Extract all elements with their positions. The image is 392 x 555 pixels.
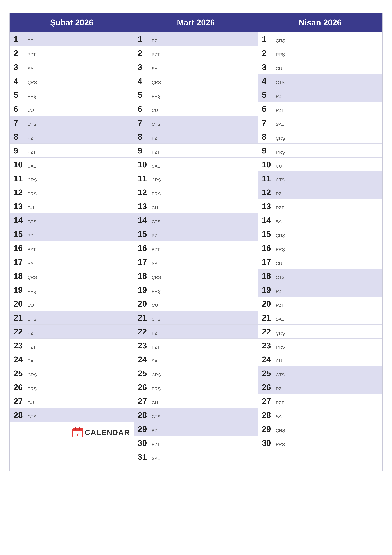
day-row: 9PZT [134,144,258,158]
day-name: PZT [276,108,284,113]
day-cell: 31SAL [138,453,160,461]
day-number: 18 [138,272,150,280]
day-cell: 9PZT [138,146,160,155]
day-number: 17 [138,258,150,266]
day-row: 18CTS [258,269,382,283]
day-cell: 24SAL [14,355,36,364]
day-name: ÇRŞ [276,233,285,238]
day-number: 2 [14,49,26,57]
day-row: 10SAL [10,158,134,171]
day-number: 20 [138,300,150,308]
day-cell: 8PZ [14,132,33,141]
day-cell: 13CU [14,202,34,210]
day-number: 16 [262,244,275,252]
day-cell: 22PZ [138,328,157,336]
svg-text:7: 7 [77,432,79,437]
day-name: SAL [276,219,284,224]
day-cell: 3CU [262,63,282,71]
day-name: PZ [152,38,157,43]
day-row: 13CU [134,199,258,213]
month-header-subat: Şubat 2026 [10,13,134,32]
day-number: 30 [262,439,275,447]
day-row: 24SAL [10,352,134,366]
day-cell: 19PZ [262,286,282,294]
day-cell: 25CTS [262,369,285,378]
day-row: 17SAL [10,255,134,269]
day-cell: 20CU [14,300,34,308]
month-header-nisan: Nisan 2026 [258,13,382,32]
day-name: CTS [28,122,36,127]
day-row: 4ÇRŞ [10,74,134,88]
day-row: 6CU [10,102,134,116]
day-cell: 11ÇRŞ [138,174,161,183]
day-row: 17CU [258,255,382,269]
day-name: PZT [276,400,284,405]
day-row: 23PRŞ [258,339,382,352]
day-name: CTS [276,275,285,280]
day-row: 15PZ [10,227,134,241]
day-number: 28 [262,411,275,419]
day-number: 19 [14,286,26,294]
day-number: 11 [138,174,150,183]
day-cell: 8ÇRŞ [262,132,285,141]
day-row: 14SAL [258,213,382,227]
day-number: 24 [14,355,26,364]
day-name: SAL [276,317,284,322]
day-row: 10SAL [134,158,258,171]
day-row: 28CTS [10,408,134,422]
day-number: 12 [262,188,275,197]
day-number: 21 [14,314,26,322]
day-row: 8ÇRŞ [258,130,382,144]
day-row: 14CTS [134,213,258,227]
month-header-mart: Mart 2026 [134,13,258,32]
day-row: 28SAL [258,408,382,422]
day-row-filler [10,457,134,471]
day-row: 4ÇRŞ [134,74,258,88]
day-number: 4 [14,77,26,85]
day-row: 3SAL [134,60,258,74]
day-cell: 22PZ [14,328,33,336]
day-cell: 4ÇRŞ [138,77,161,85]
day-cell: 10SAL [138,161,160,169]
day-cell: 2PZT [138,49,160,57]
day-number: 10 [138,161,150,169]
day-cell: 29PZ [138,425,157,433]
day-row: 16PRŞ [258,241,382,255]
day-name: PZ [276,386,282,391]
day-cell: 6CU [138,105,158,113]
day-name: PRŞ [28,94,37,99]
day-row: 2PZT [10,46,134,60]
day-number: 11 [14,174,26,183]
day-row: 30PZT [134,436,258,450]
day-cell: 27CU [138,397,158,405]
day-number: 2 [138,49,150,57]
day-cell: 7CTS [138,119,160,127]
day-row: 11ÇRŞ [134,171,258,185]
day-number: 21 [138,314,150,322]
month-col-mart: Mart 20261PZ2PZT3SAL4ÇRŞ5PRŞ6CU7CTS8PZ9P… [134,13,258,471]
day-name: PZT [152,442,160,447]
day-cell: 3SAL [138,63,160,71]
day-row: 2PZT [134,46,258,60]
day-row: 22PZ [10,325,134,339]
day-name: PZ [152,331,157,336]
day-row: 7SAL [258,116,382,130]
day-cell: 26PZ [262,383,282,391]
day-name: CTS [152,219,160,224]
day-number: 28 [138,411,150,419]
day-row: 20CU [134,297,258,311]
day-number: 26 [138,383,150,391]
day-row: 1PZ [134,32,258,46]
day-number: 24 [138,355,150,364]
day-cell: 19PRŞ [14,286,37,294]
day-name: SAL [276,414,284,419]
day-row: 5PZ [258,88,382,102]
day-row: 20CU [10,297,134,311]
day-number: 26 [14,383,26,391]
day-cell: 6CU [14,105,34,113]
day-name: ÇRŞ [152,372,161,378]
day-number: 8 [262,132,275,141]
day-name: PRŞ [276,52,285,57]
day-row: 6PZT [258,102,382,116]
day-name: SAL [28,66,36,71]
